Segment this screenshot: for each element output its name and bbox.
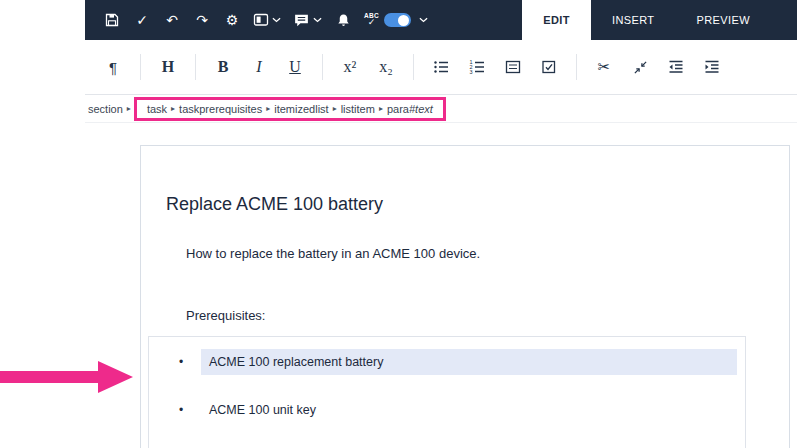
- notifications-button[interactable]: [332, 7, 354, 33]
- heading-icon: H: [162, 59, 174, 75]
- breadcrumb-separator: ▸: [333, 104, 337, 113]
- list-item[interactable]: • ACME 100 unit key: [149, 397, 745, 423]
- collapse-arrows-icon: [633, 60, 648, 75]
- toggle-knob: [398, 15, 409, 26]
- bell-icon: [336, 13, 351, 28]
- bold-button[interactable]: B: [206, 52, 240, 82]
- outdent-icon: [668, 59, 684, 75]
- breadcrumb-item-section[interactable]: section: [88, 103, 123, 115]
- save-icon: [104, 12, 120, 28]
- breadcrumb-item-task[interactable]: task: [147, 103, 167, 115]
- comment-icon: [293, 12, 310, 29]
- italic-button[interactable]: I: [242, 52, 276, 82]
- bullet-list-button[interactable]: [424, 52, 458, 82]
- spellcheck-toggle[interactable]: [384, 13, 411, 27]
- chevron-down-icon: [419, 17, 428, 23]
- paragraph-icon: ¶: [109, 59, 117, 76]
- check-icon: ✓: [136, 13, 148, 27]
- undo-icon: ↶: [166, 13, 178, 27]
- toolbar-separator: [140, 54, 141, 80]
- annotation-arrow-icon: [0, 359, 135, 395]
- view-mode-dropdown[interactable]: [253, 12, 281, 28]
- block-element-button[interactable]: [496, 52, 530, 82]
- paragraph-button[interactable]: ¶: [96, 52, 130, 82]
- breadcrumb-bar: section ▸ task ▸ taskprerequisites ▸ ite…: [85, 95, 797, 123]
- cut-button[interactable]: ✂: [587, 52, 621, 82]
- breadcrumb-highlight-box: task ▸ taskprerequisites ▸ itemizedlist …: [134, 97, 446, 121]
- block-element-icon: [505, 59, 521, 75]
- increase-indent-button[interactable]: [695, 52, 729, 82]
- breadcrumb-separator: ▸: [379, 104, 383, 113]
- comments-dropdown[interactable]: [293, 12, 322, 29]
- bullet-list-icon: [433, 59, 449, 75]
- xml-editor-screen: ✓ ↶ ↷ ⚙: [0, 0, 797, 448]
- document-title[interactable]: Replace ACME 100 battery: [166, 194, 383, 215]
- italic-icon: I: [256, 59, 261, 75]
- redo-button[interactable]: ↷: [191, 7, 213, 33]
- list-item-text-selected[interactable]: ACME 100 replacement battery: [201, 349, 737, 375]
- superscript-icon: x²: [344, 59, 357, 75]
- svg-text:3: 3: [470, 69, 473, 75]
- tab-insert[interactable]: INSERT: [591, 0, 676, 40]
- bullet-marker: •: [179, 403, 201, 417]
- prerequisites-label[interactable]: Prerequisites:: [186, 308, 265, 323]
- subscript-button[interactable]: x₂: [369, 52, 403, 82]
- bold-icon: B: [218, 59, 229, 75]
- checkbox-icon: [541, 59, 557, 75]
- collapse-button[interactable]: [623, 52, 657, 82]
- document-intro[interactable]: How to replace the battery in an ACME 10…: [186, 246, 480, 261]
- chevron-down-icon: [313, 17, 322, 23]
- spellcheck-dropdown[interactable]: ABC ✓: [364, 13, 428, 28]
- subscript-icon: x₂: [379, 59, 393, 75]
- settings-button[interactable]: ⚙: [221, 7, 243, 33]
- gear-icon: ⚙: [226, 13, 239, 27]
- bullet-marker: •: [179, 355, 201, 369]
- mode-tabs: EDIT INSERT PREVIEW: [522, 0, 771, 40]
- save-button[interactable]: [101, 7, 123, 33]
- breadcrumb-item-itemizedlist[interactable]: itemizedlist: [274, 103, 328, 115]
- breadcrumb-item-listitem[interactable]: listitem: [341, 103, 375, 115]
- itemized-list: • ACME 100 replacement battery • ACME 10…: [148, 336, 746, 448]
- breadcrumb-item-para-text[interactable]: para#text: [387, 103, 433, 115]
- format-toolbar: ¶ H B I U x² x₂: [85, 40, 797, 95]
- undo-button[interactable]: ↶: [161, 7, 183, 33]
- main-toolbar: ✓ ↶ ↷ ⚙: [85, 0, 797, 40]
- toolbar-separator: [195, 54, 196, 80]
- toolbar-separator: [322, 54, 323, 80]
- toolbar-separator: [576, 54, 577, 80]
- scissors-icon: ✂: [598, 58, 611, 76]
- tab-preview[interactable]: PREVIEW: [675, 0, 771, 40]
- indent-icon: [704, 59, 720, 75]
- spellcheck-icon: ABC ✓: [364, 13, 379, 28]
- breadcrumb-separator: ▸: [171, 104, 175, 113]
- superscript-button[interactable]: x²: [333, 52, 367, 82]
- breadcrumb-item-taskprerequisites[interactable]: taskprerequisites: [179, 103, 262, 115]
- list-item[interactable]: • ACME 100 replacement battery: [149, 349, 745, 375]
- numbered-list-icon: 1 2 3: [469, 59, 485, 75]
- validate-button[interactable]: ✓: [131, 7, 153, 33]
- heading-button[interactable]: H: [151, 52, 185, 82]
- tab-edit[interactable]: EDIT: [522, 0, 591, 40]
- redo-icon: ↷: [196, 13, 208, 27]
- underline-icon: U: [289, 59, 301, 75]
- decrease-indent-button[interactable]: [659, 52, 693, 82]
- document-canvas[interactable]: Replace ACME 100 battery How to replace …: [140, 145, 790, 448]
- numbered-list-button[interactable]: 1 2 3: [460, 52, 494, 82]
- breadcrumb-separator: ▸: [127, 104, 131, 113]
- chevron-down-icon: [272, 17, 281, 23]
- toolbar-separator: [413, 54, 414, 80]
- underline-button[interactable]: U: [278, 52, 312, 82]
- breadcrumb-separator: ▸: [266, 104, 270, 113]
- list-item-text[interactable]: ACME 100 unit key: [201, 397, 737, 423]
- layout-view-icon: [253, 12, 269, 28]
- checkbox-list-button[interactable]: [532, 52, 566, 82]
